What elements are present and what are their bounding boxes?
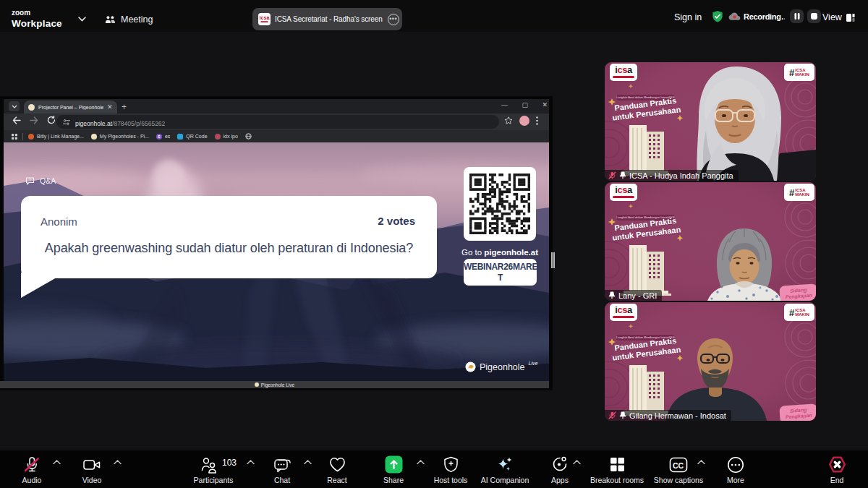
svg-text:CC: CC xyxy=(673,461,684,469)
svg-text:?: ? xyxy=(29,178,31,182)
svg-text:icsa: icsa xyxy=(260,15,270,21)
